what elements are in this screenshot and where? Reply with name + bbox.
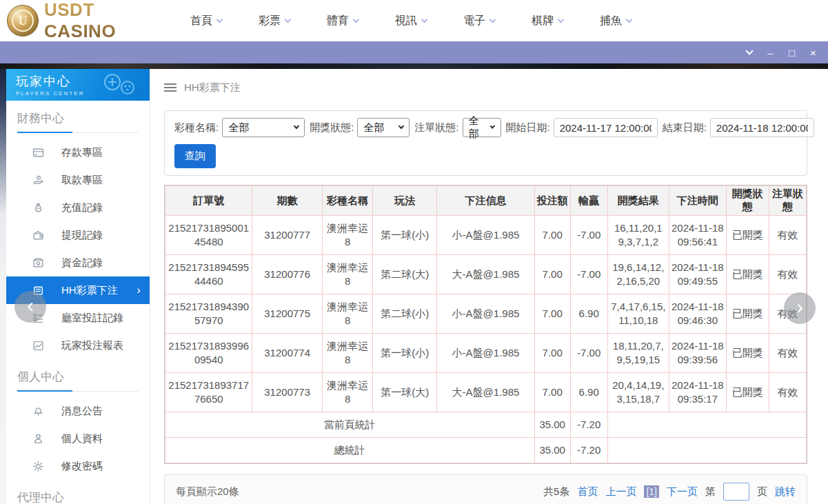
table-cell: 第二球(大): [373, 255, 437, 294]
window-minimize-button[interactable]: –: [760, 41, 781, 63]
table-cell: 2024-11-18 09:49:55: [669, 255, 726, 294]
table-cell: 7,4,17,6,15,11,10,18: [607, 294, 669, 334]
table-cell: 已開獎: [726, 255, 769, 294]
sidebar-item-1-2[interactable]: 取款專區: [6, 166, 150, 194]
page-body: 玩家中心 PLAYERS CENTER 財務中心存款專區取款專區充值記錄提現記錄…: [0, 69, 828, 504]
prev-page-link[interactable]: 上一页: [605, 485, 636, 498]
sidebar-item-2-1[interactable]: 消息公告: [6, 397, 150, 425]
gamepad-icon: [97, 72, 143, 99]
table-cell: 有效: [769, 334, 807, 373]
table-cell: 2152173189439057970: [165, 294, 252, 334]
summary-empty-cell: [607, 412, 806, 438]
page-jump-input[interactable]: [723, 483, 749, 501]
sidebar-item-label: 修改密碼: [61, 460, 103, 473]
table-cell: -7.00: [570, 216, 607, 255]
table-cell: 澳洲幸运8: [322, 255, 372, 294]
table-cell: 7.00: [534, 255, 570, 294]
sidebar-item-label: 存款專區: [61, 146, 103, 159]
window-close-button[interactable]: ×: [802, 41, 824, 63]
draw-status-select[interactable]: 全部: [357, 118, 410, 137]
table-cell: 2024-11-18 09:39:56: [669, 334, 726, 373]
bell-icon: [32, 405, 44, 417]
funds-record-icon: [32, 257, 44, 269]
table-row: 215217318943905797031200775澳洲幸运8第二球(小)小-…: [165, 294, 807, 334]
next-page-link[interactable]: 下一页: [667, 485, 698, 498]
draw-status-label: 開獎狀態:: [310, 121, 354, 134]
table-cell: 已開獎: [726, 373, 769, 412]
end-date-label: 結束日期:: [663, 121, 707, 134]
start-date-label: 開始日期:: [506, 121, 550, 134]
collapse-left-button[interactable]: ‹: [14, 291, 46, 323]
sidebar-item-group-2: 消息公告個人資料修改密碼: [6, 397, 150, 480]
column-header-10: 開獎狀態: [726, 186, 769, 216]
window-dropdown-button[interactable]: [738, 41, 760, 63]
table-cell: 第二球(小): [373, 294, 437, 334]
sidebar-item-label: HH彩票下注: [61, 284, 118, 297]
page-number-prefix: 第: [705, 485, 716, 498]
wallet-icon: [32, 230, 44, 241]
lottery-name-select[interactable]: 全部: [222, 118, 305, 137]
sidebar-item-1-1[interactable]: 存款專區: [6, 139, 150, 166]
sidebar-item-label: 廳室投註記錄: [61, 312, 123, 325]
sidebar-item-label: 個人資料: [61, 432, 103, 445]
table-row: 215217318937177665031200773澳洲幸运8第一球(大)大-…: [165, 373, 807, 412]
table-cell: 小-A盤@1.985: [437, 294, 534, 334]
sidebar: 玩家中心 PLAYERS CENTER 財務中心存款專區取款專區充值記錄提現記錄…: [6, 69, 150, 504]
pagination-controls: 共5条 首页 上一页 [1] 下一页 第 页 跳转: [543, 483, 796, 501]
jump-link[interactable]: 跳转: [775, 485, 796, 498]
summary-row-1: 當前頁統計35.00-7.20: [165, 412, 807, 438]
order-status-select[interactable]: 全部: [463, 118, 501, 137]
column-header-5: 下注信息: [437, 186, 534, 216]
nav-item-6[interactable]: 棋牌: [532, 14, 563, 28]
sidebar-item-2-2[interactable]: 個人資料: [6, 425, 150, 452]
table-cell: 2024-11-18 09:35:17: [669, 373, 726, 412]
nav-item-4[interactable]: 視訊: [395, 14, 427, 28]
sidebar-item-label: 提現記錄: [61, 229, 103, 242]
top-navbar: U USDT CASINO 首頁彩票體育視訊電子棋牌捕魚: [0, 0, 828, 41]
breadcrumb: HH彩票下注: [164, 79, 807, 97]
table-cell: 2152173189399609540: [165, 334, 252, 373]
search-button[interactable]: 查詢: [174, 144, 216, 168]
end-date-input[interactable]: [710, 118, 814, 137]
scroll-right-button[interactable]: ›: [784, 292, 816, 324]
window-maximize-button[interactable]: □: [781, 41, 802, 63]
sidebar-item-1-4[interactable]: 提現記錄: [6, 221, 150, 249]
chevron-down-icon: [490, 123, 496, 129]
table-row: 215217318939960954031200774澳洲幸运8第一球(小)小-…: [165, 334, 807, 373]
lottery-name-label: 彩種名稱:: [174, 121, 219, 134]
sidebar-item-1-5[interactable]: 資金記錄: [6, 249, 150, 276]
summary-bet-total: 35.00: [534, 438, 570, 463]
chevron-down-icon: [216, 16, 223, 23]
sidebar-item-1-8[interactable]: 玩家投注報表: [6, 332, 150, 359]
pagination-bar: 每頁顯示20條 共5条 首页 上一页 [1] 下一页 第 页 跳转: [164, 474, 807, 504]
nav-item-2[interactable]: 彩票: [259, 14, 290, 28]
sidebar-section-title-3: 代理中心: [17, 490, 139, 504]
nav-item-1[interactable]: 首頁: [190, 14, 222, 28]
sidebar-item-2-3[interactable]: 修改密碼: [6, 452, 150, 480]
hamburger-menu-icon[interactable]: [164, 83, 176, 92]
main-nav: 首頁彩票體育視訊電子棋牌捕魚: [190, 14, 632, 28]
site-logo[interactable]: U USDT CASINO: [7, 0, 160, 42]
table-cell: 16,11,20,19,3,7,1,2: [607, 216, 669, 255]
column-header-1: 訂單號: [165, 186, 252, 216]
nav-item-7[interactable]: 捕魚: [600, 14, 632, 28]
chevron-down-icon: [353, 16, 360, 23]
players-center-header: 玩家中心 PLAYERS CENTER: [6, 69, 150, 101]
sidebar-item-1-3[interactable]: 充值記錄: [6, 194, 150, 221]
table-row: 215217318945954446031200776澳洲幸运8第二球(大)大-…: [165, 255, 807, 294]
chevron-down-icon: [558, 16, 565, 23]
summary-winloss-total: -7.20: [570, 438, 607, 463]
start-date-input[interactable]: [554, 118, 658, 137]
column-header-6: 投注額: [534, 186, 570, 216]
column-header-4: 玩法: [373, 186, 437, 216]
filter-panel: 彩種名稱: 全部 開獎狀態: 全部 注單狀態: 全部: [164, 110, 807, 176]
first-page-link[interactable]: 首页: [577, 485, 598, 498]
table-cell: 6.90: [570, 373, 607, 412]
table-cell: 第一球(小): [373, 334, 437, 373]
window-titlebar: – □ ×: [0, 41, 828, 63]
column-header-8: 開獎結果: [607, 186, 669, 216]
table-cell: 2152173189500145480: [165, 216, 252, 255]
nav-item-3[interactable]: 體育: [327, 14, 359, 28]
table-cell: 31200774: [252, 334, 322, 373]
nav-item-5[interactable]: 電子: [463, 14, 495, 28]
